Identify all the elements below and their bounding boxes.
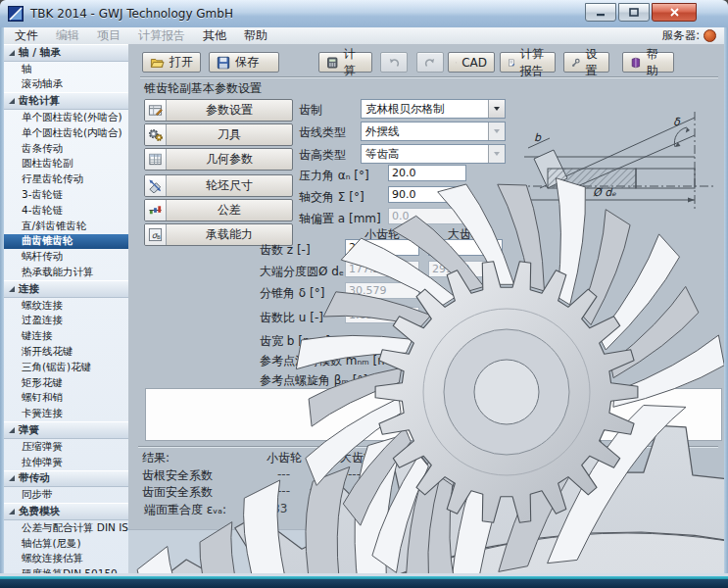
face-width-label: b	[534, 131, 542, 144]
status-band	[128, 529, 724, 573]
sidebar-item[interactable]: 轴	[4, 62, 128, 77]
cutter-gears-icon	[145, 124, 167, 145]
menu-item[interactable]: 计算报告	[129, 27, 194, 44]
tooth-trace-select: 外摆线	[361, 122, 506, 141]
gear-teeth-input[interactable]	[428, 239, 503, 256]
hub-hatched	[548, 169, 636, 188]
server-label: 服务器:	[662, 28, 700, 43]
results-divider	[138, 446, 718, 447]
tolerance-chart-icon	[145, 200, 167, 220]
sidebar-item[interactable]: 矩形花键	[4, 375, 128, 391]
sidebar-item[interactable]: 压缩弹簧	[4, 439, 128, 455]
content-panel: 打开 保存 计算 CAD 计算报告	[128, 44, 724, 573]
menu-item[interactable]: 项目	[88, 27, 129, 44]
cad-pencil-icon	[456, 56, 457, 70]
geometry-button[interactable]: 几何参数	[144, 148, 293, 171]
maximize-button[interactable]	[618, 3, 650, 22]
tool-button[interactable]: 刀具	[144, 123, 293, 146]
sigma-stress-icon: σB	[145, 224, 167, 245]
undo-icon	[388, 57, 400, 69]
open-folder-icon	[150, 56, 165, 70]
calculate-button[interactable]: 计算	[318, 52, 372, 73]
sidebar-item[interactable]: 蜗杆传动	[4, 249, 128, 265]
sidebar-item[interactable]: 行星齿轮传动	[4, 172, 128, 187]
open-button[interactable]: 打开	[142, 52, 201, 73]
dropdown-arrow-icon	[488, 145, 505, 163]
sidebar-item[interactable]: 螺纹连接估算	[4, 552, 128, 567]
results-gear-header: 大齿轮	[340, 450, 375, 466]
tooth-depth-label: 齿高类型	[299, 147, 346, 164]
bevel-gear-schematic: b δ Ø dₑ	[510, 98, 720, 218]
teeth-count-label: 齿数 z [-]	[260, 242, 311, 259]
close-button[interactable]	[652, 3, 697, 22]
sidebar-item[interactable]: 圆柱齿轮副	[4, 157, 128, 172]
gear-system-label: 齿制	[299, 102, 322, 119]
root-safety-gear-value: ---	[348, 467, 361, 481]
minimize-button[interactable]	[585, 3, 616, 22]
menu-item[interactable]: 帮助	[235, 27, 276, 44]
calculator-icon	[326, 56, 339, 70]
sidebar-item[interactable]: 渐开线花键	[4, 344, 128, 360]
gear-system-select[interactable]: 克林根贝尔格制	[361, 99, 506, 119]
tooth-trace-label: 齿线类型	[299, 124, 346, 141]
redo-icon	[424, 57, 436, 69]
pinion-teeth-input[interactable]	[345, 239, 419, 256]
sidebar-item[interactable]: 带传动	[4, 470, 128, 488]
shaft-angle-input[interactable]	[388, 186, 466, 203]
parameter-settings-button[interactable]: 参数设置	[144, 99, 293, 122]
results-pinion-header: 小齿轮	[267, 450, 302, 466]
tolerance-button[interactable]: 公差	[144, 199, 293, 221]
parameter-settings-icon	[145, 100, 167, 121]
settings-button[interactable]: 设置	[563, 52, 609, 73]
sidebar-item[interactable]: 弹簧	[4, 421, 128, 439]
sidebar-item[interactable]: 齿条传动	[4, 141, 128, 157]
blank-dimensions-icon	[145, 175, 167, 196]
sidebar-item[interactable]: 三角(锯齿)花键	[4, 360, 128, 375]
sidebar-item[interactable]: 直/斜齿锥齿轮	[4, 219, 128, 234]
app-window: TBK 2014 - GWJ Technology GmbH 文件编辑项目计算报…	[0, 0, 728, 588]
sidebar-item[interactable]: 螺钉和销	[4, 391, 128, 407]
sidebar-item[interactable]: 免费模块	[4, 503, 128, 520]
window-title: TBK 2014 - GWJ Technology GmbH	[30, 7, 233, 21]
report-document-icon	[508, 56, 515, 70]
blank-dimensions-button[interactable]: 轮坯尺寸	[144, 174, 293, 197]
menu-item[interactable]: 文件	[6, 27, 47, 44]
sidebar-item[interactable]: 硬度换算DIN 50150	[4, 566, 128, 573]
server-status-indicator	[704, 29, 716, 42]
sidebar-item[interactable]: 拉伸弹簧	[4, 455, 128, 470]
sidebar-item[interactable]: 单个圆柱齿轮(外啮合)	[4, 110, 128, 125]
sidebar-item[interactable]: 连接	[4, 280, 128, 298]
redo-button[interactable]	[416, 52, 444, 73]
sidebar-item[interactable]: 4-齿轮链	[4, 203, 128, 219]
expander-icon	[9, 50, 15, 56]
help-button[interactable]: 帮助	[622, 52, 674, 73]
wrench-icon	[571, 56, 581, 70]
sidebar-item[interactable]: 过盈连接	[4, 314, 128, 329]
sidebar-item[interactable]: 同步带	[4, 487, 128, 503]
sidebar-item[interactable]: 滚动轴承	[4, 77, 128, 93]
sidebar-item[interactable]: 热承载能力计算	[4, 265, 128, 280]
sidebar-item[interactable]: 卡簧连接	[4, 406, 128, 421]
cone-angle-label: δ	[673, 116, 681, 128]
menu-item[interactable]: 其他	[194, 27, 235, 44]
sidebar-item[interactable]: 齿轮计算	[4, 92, 128, 110]
save-button[interactable]: 保存	[209, 52, 279, 73]
menu-item[interactable]: 编辑	[47, 27, 88, 44]
sidebar-item[interactable]: 公差与配合计算 DIN ISO 286	[4, 520, 128, 536]
sidebar-item[interactable]: 螺纹连接	[4, 298, 128, 314]
sidebar-item[interactable]: 轴 / 轴承	[4, 44, 128, 62]
sidebar-item[interactable]: 键连接	[4, 328, 128, 344]
cad-button[interactable]: CAD	[448, 52, 495, 73]
sidebar-item[interactable]: 单个圆柱齿轮(内啮合)	[4, 125, 128, 141]
sidebar-item[interactable]: 曲齿锥齿轮	[4, 234, 128, 250]
sidebar-item[interactable]: 轴估算(尼曼)	[4, 536, 128, 552]
sidebar-item[interactable]: 3-齿轮链	[4, 187, 128, 203]
results-title: 结果:	[142, 450, 170, 466]
pressure-angle-input[interactable]	[388, 165, 466, 181]
outer-diameter-label: Ø dₑ	[593, 186, 616, 199]
flank-safety-label: 齿面安全系数	[142, 484, 213, 501]
pinion-cone-angle-field	[345, 282, 419, 299]
undo-button[interactable]	[380, 52, 408, 73]
root-safety-label: 齿根安全系数	[142, 467, 213, 484]
report-button[interactable]: 计算报告	[500, 52, 556, 73]
